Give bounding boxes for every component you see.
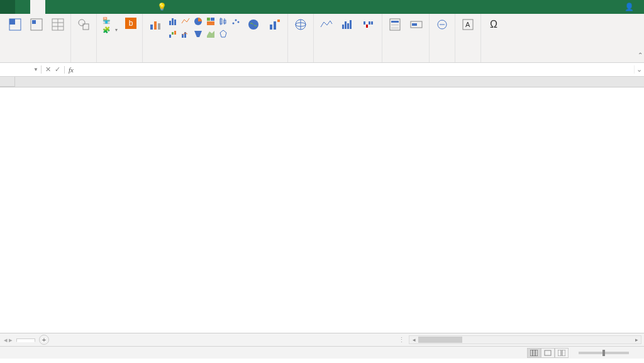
column-chart-icon[interactable] bbox=[168, 16, 178, 26]
svg-rect-13 bbox=[169, 21, 171, 25]
3d-map-button[interactable] bbox=[292, 16, 309, 34]
recommended-pivottables-button[interactable] bbox=[28, 16, 45, 34]
hscroll-right-button[interactable]: ▸ bbox=[632, 337, 641, 343]
sparkline-column-button[interactable] bbox=[339, 16, 357, 34]
svg-rect-46 bbox=[364, 21, 365, 25]
column-headers bbox=[0, 77, 644, 87]
zoom-slider-handle[interactable] bbox=[602, 350, 605, 356]
symbols-button[interactable]: Ω bbox=[485, 16, 502, 34]
svg-marker-34 bbox=[220, 30, 226, 37]
name-box[interactable]: ▼ bbox=[0, 65, 42, 74]
combo-chart-icon[interactable] bbox=[180, 29, 191, 39]
line-chart-icon[interactable] bbox=[180, 16, 191, 26]
svg-rect-38 bbox=[277, 20, 280, 22]
bing-icon: b bbox=[125, 18, 136, 29]
svg-point-24 bbox=[233, 23, 235, 25]
tab-developer[interactable] bbox=[121, 0, 136, 14]
svg-rect-29 bbox=[174, 31, 176, 35]
svg-rect-12 bbox=[158, 23, 160, 30]
svg-rect-52 bbox=[391, 24, 399, 26]
tab-file[interactable] bbox=[0, 0, 15, 14]
fx-icon[interactable]: fx bbox=[64, 66, 77, 74]
illustrations-icon bbox=[77, 18, 91, 31]
slicer-button[interactable] bbox=[386, 16, 404, 34]
hscroll-thumb[interactable] bbox=[418, 337, 462, 343]
table-button[interactable] bbox=[49, 16, 67, 34]
view-normal-button[interactable] bbox=[527, 348, 541, 358]
view-page-layout-button[interactable] bbox=[541, 348, 555, 358]
waterfall-chart-icon[interactable] bbox=[168, 29, 178, 39]
sheet-tab-active[interactable] bbox=[16, 338, 35, 342]
tab-review[interactable] bbox=[91, 0, 106, 14]
radar-chart-icon[interactable] bbox=[218, 29, 228, 39]
hierarchy-chart-icon[interactable] bbox=[206, 16, 216, 26]
cancel-icon[interactable]: ✕ bbox=[45, 65, 51, 74]
ribbon-collapse-button[interactable]: ⌃ bbox=[638, 52, 643, 59]
formula-input[interactable] bbox=[77, 69, 634, 71]
surface-chart-icon[interactable] bbox=[206, 29, 216, 39]
svg-rect-37 bbox=[274, 21, 276, 30]
svg-rect-49 bbox=[371, 21, 373, 25]
sparkline-line-button[interactable] bbox=[318, 16, 335, 34]
sparkline-line-icon bbox=[319, 18, 333, 31]
tab-home[interactable] bbox=[15, 0, 30, 14]
svg-rect-47 bbox=[366, 25, 368, 28]
hscroll-left-button[interactable]: ◂ bbox=[409, 337, 418, 343]
sheet-nav-next-icon[interactable]: ▸ bbox=[9, 336, 13, 344]
hscroll-track[interactable]: ◂ ▸ bbox=[409, 335, 641, 344]
ribbon-group-sparklines bbox=[314, 14, 382, 62]
tell-me-search[interactable]: 💡 bbox=[157, 0, 170, 14]
svg-rect-3 bbox=[32, 20, 36, 24]
svg-rect-10 bbox=[150, 25, 153, 30]
enter-icon[interactable]: ✓ bbox=[55, 65, 60, 74]
tab-insert[interactable] bbox=[30, 0, 45, 14]
tab-help[interactable] bbox=[136, 0, 151, 14]
get-addins-button[interactable]: 🏪 bbox=[101, 16, 119, 25]
svg-rect-11 bbox=[154, 21, 157, 30]
text-button[interactable]: A bbox=[459, 16, 477, 34]
svg-rect-67 bbox=[558, 350, 561, 356]
svg-marker-33 bbox=[207, 31, 214, 38]
tab-data[interactable] bbox=[75, 0, 91, 14]
select-all-corner[interactable] bbox=[0, 77, 15, 87]
formula-expand-button[interactable]: ⌄ bbox=[634, 65, 644, 74]
pie-chart-icon[interactable] bbox=[193, 16, 203, 26]
sparkline-winloss-icon bbox=[362, 18, 376, 31]
svg-rect-42 bbox=[342, 25, 344, 29]
zoom-slider[interactable] bbox=[579, 352, 629, 354]
sparkline-winloss-button[interactable] bbox=[360, 16, 378, 34]
recommended-charts-button[interactable] bbox=[147, 16, 164, 34]
bing-maps-button[interactable]: b bbox=[123, 16, 138, 30]
svg-rect-68 bbox=[562, 350, 565, 356]
hscroll-splitter[interactable]: ⋮ bbox=[398, 336, 405, 344]
chevron-down-icon[interactable]: ▼ bbox=[33, 67, 38, 72]
svg-rect-27 bbox=[169, 35, 171, 38]
link-button[interactable] bbox=[433, 16, 451, 34]
timeline-button[interactable] bbox=[408, 16, 425, 34]
ribbon-group-filters bbox=[382, 14, 430, 62]
illustrations-button[interactable] bbox=[75, 16, 92, 34]
share-button[interactable]: 👤 bbox=[617, 0, 644, 14]
scatter-chart-icon[interactable] bbox=[231, 16, 241, 26]
svg-rect-66 bbox=[545, 350, 551, 355]
my-addins-button[interactable]: 🧩▾ bbox=[101, 26, 119, 34]
add-sheet-button[interactable]: + bbox=[39, 335, 49, 345]
sheet-nav-buttons[interactable]: ◂ ▸ bbox=[0, 336, 16, 344]
sheet-tab-bar: ◂ ▸ + ⋮ ◂ ▸ bbox=[0, 333, 644, 346]
worksheet-grid[interactable] bbox=[0, 77, 644, 333]
funnel-chart-icon[interactable] bbox=[193, 29, 203, 39]
sheet-nav-prev-icon[interactable]: ◂ bbox=[4, 336, 8, 344]
omega-icon: Ω bbox=[487, 18, 501, 31]
maps-button[interactable] bbox=[245, 16, 262, 34]
ribbon-group-addins: 🏪 🧩▾ b bbox=[97, 14, 143, 62]
pivottable-button[interactable] bbox=[6, 16, 24, 34]
svg-rect-63 bbox=[530, 350, 538, 356]
tab-view[interactable] bbox=[106, 0, 121, 14]
tab-formulas[interactable] bbox=[60, 0, 75, 14]
svg-rect-14 bbox=[172, 18, 174, 25]
statistic-chart-icon[interactable] bbox=[218, 16, 228, 26]
pivotchart-button[interactable] bbox=[266, 16, 284, 34]
tab-page-layout[interactable] bbox=[45, 0, 60, 14]
ribbon-group-links bbox=[430, 14, 455, 62]
view-page-break-button[interactable] bbox=[555, 348, 569, 358]
